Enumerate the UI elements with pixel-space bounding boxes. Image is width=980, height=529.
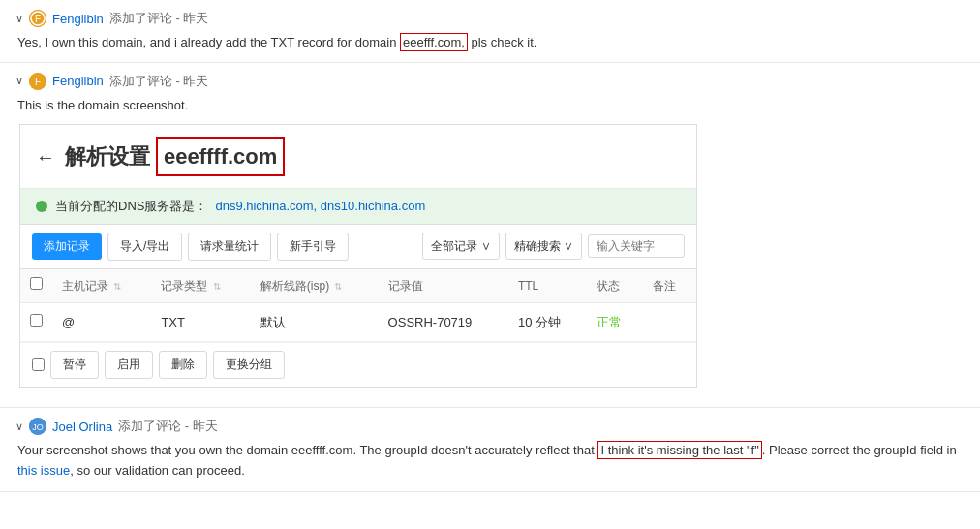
btn-stats[interactable]: 请求量统计 [188,233,271,261]
comment-2-header: ∨ F Fenglibin 添加了评论 - 昨天 [15,73,965,90]
comment-3-header: ∨ JO Joel Orlina 添加了评论 - 昨天 [15,418,965,435]
comment-meta-1: 添加了评论 - 昨天 [109,10,209,27]
comment-2-text: This is the domain screenshot. [17,96,965,115]
comment-1-highlight: eeefff.com, [400,33,468,51]
svg-text:JO: JO [32,422,44,432]
btn-enable[interactable]: 启用 [105,351,153,379]
btn-add-record[interactable]: 添加记录 [32,233,102,260]
row-status: 正常 [587,302,643,342]
author-name-3[interactable]: Joel Orlina [52,420,112,434]
chevron-icon-2[interactable]: ∨ [15,75,23,87]
row-type: TXT [151,302,250,342]
chevron-icon-1[interactable]: ∨ [15,13,23,25]
comment-3-end: , so our validation can proceed. [70,463,245,478]
th-value: 记录值 [379,269,508,303]
avatar-1: F [29,10,46,27]
dns-toolbar: 添加记录 导入/导出 请求量统计 新手引导 全部记录 ∨ 精确搜索 ∨ [20,225,696,269]
th-type: 记录类型 ⇅ [151,269,250,303]
row-host: @ [52,302,151,342]
th-checkbox [20,269,52,303]
dns-table: 主机记录 ⇅ 记录类型 ⇅ 解析线路(isp) ⇅ 记录值 TTL 状态 备注 [20,269,696,343]
comment-1: ∨ F Fenglibin 添加了评论 - 昨天 Yes, I own this… [0,0,980,63]
btn-delete[interactable]: 删除 [159,351,207,379]
back-arrow-icon[interactable]: ← [36,142,55,171]
dns-page-header: ← 解析设置 eeeffff.com [20,125,696,189]
dns-toolbar-right: 全部记录 ∨ 精确搜索 ∨ [422,233,685,260]
chevron-icon-3[interactable]: ∨ [15,420,23,433]
th-status: 状态 [587,269,643,303]
btn-import[interactable]: 导入/导出 [107,233,182,261]
comment-3-link[interactable]: this issue [17,463,70,478]
sort-host-icon: ⇅ [113,281,121,292]
th-host: 主机记录 ⇅ [52,269,151,303]
row-checkbox[interactable] [30,314,43,327]
th-remark: 备注 [643,269,696,303]
comment-1-text-before: Yes, I own this domain, and i already ad… [17,35,400,49]
comment-3-body: Your screenshot shows that you own the d… [15,441,965,482]
status-badge: 正常 [597,315,622,329]
author-name-1[interactable]: Fenglibin [52,12,104,26]
comment-3-highlight: I think it's missing the last "f" [597,441,761,459]
dns-servers: dns9.hichina.com, dns10.hichina.com [215,197,425,216]
row-ttl: 10 分钟 [508,302,587,342]
dns-title-prefix: 解析设置 [65,140,150,172]
comment-meta-2: 添加了评论 - 昨天 [109,73,209,90]
sort-line-icon: ⇅ [334,281,342,292]
search-input[interactable] [588,234,685,258]
dns-table-header: 主机记录 ⇅ 记录类型 ⇅ 解析线路(isp) ⇅ 记录值 TTL 状态 备注 [20,269,696,303]
svg-text:F: F [35,14,41,24]
th-line: 解析线路(isp) ⇅ [251,269,379,303]
select-all-records[interactable]: 全部记录 ∨ [422,233,499,260]
th-ttl: TTL [508,269,587,303]
row-remark [643,302,696,342]
sort-type-icon: ⇅ [213,281,221,292]
dns-table-body: @ TXT 默认 OSSRH-70719 10 分钟 正常 [20,302,696,342]
btn-pause[interactable]: 暂停 [50,351,99,379]
comment-1-text-after: pls check it. [468,35,537,49]
green-dot-icon [36,201,47,212]
select-all-checkbox[interactable] [30,277,43,290]
avatar-2: F [29,73,46,90]
comment-meta-3: 添加了评论 - 昨天 [118,418,218,435]
comment-1-body: Yes, I own this domain, and i already ad… [15,33,965,52]
row-line: 默认 [251,302,379,342]
dns-label: 当前分配的DNS服务器是： [55,197,207,216]
dns-title-domain: eeeffff.com [156,137,285,176]
avatar-3: JO [29,418,46,435]
svg-text:F: F [35,77,41,87]
footer-checkbox[interactable] [32,351,45,379]
select-search[interactable]: 精确搜索 ∨ [505,233,582,260]
comment-3-text: Your screenshot shows that you own the d… [17,441,965,482]
comment-2: ∨ F Fenglibin 添加了评论 - 昨天 This is the dom… [0,63,980,409]
row-value: OSSRH-70719 [379,302,508,342]
table-footer-toolbar: 暂停 启用 删除 更换分组 [20,342,696,387]
comment-2-body: This is the domain screenshot. ← 解析设置 ee… [15,96,965,389]
row-checkbox-cell [20,302,52,342]
table-row: @ TXT 默认 OSSRH-70719 10 分钟 正常 [20,302,696,342]
screenshot-container: ← 解析设置 eeeffff.com 当前分配的DNS服务器是： dns9.hi… [19,124,697,388]
comment-3-before: Your screenshot shows that you own the d… [17,443,597,457]
author-name-2[interactable]: Fenglibin [52,74,104,88]
dns-server-info: 当前分配的DNS服务器是： dns9.hichina.com, dns10.hi… [20,189,696,225]
comment-3-after: . Please correct the groupId field in [762,443,957,457]
comment-1-header: ∨ F Fenglibin 添加了评论 - 昨天 [15,10,965,27]
btn-guide[interactable]: 新手引导 [277,233,349,261]
comment-3: ∨ JO Joel Orlina 添加了评论 - 昨天 Your screens… [0,408,980,492]
btn-change-group[interactable]: 更换分组 [213,351,285,379]
